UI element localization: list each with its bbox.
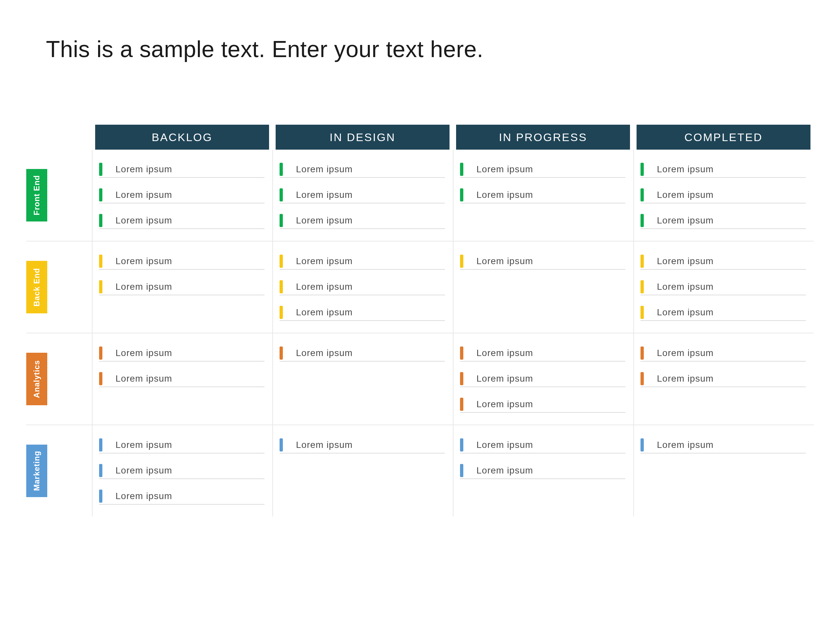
task-text: Lorem ipsum: [115, 373, 172, 384]
row-label-cell: Marketing: [26, 425, 92, 516]
row-label-back-end: Back End: [26, 261, 47, 313]
task-text: Lorem ipsum: [296, 189, 353, 200]
task-item: Lorem ipsum: [460, 188, 625, 204]
board-cell: Lorem ipsumLorem ipsumLorem ipsum: [92, 425, 272, 516]
task-text: Lorem ipsum: [477, 440, 533, 450]
task-text: Lorem ipsum: [477, 399, 533, 409]
task-color-tick: [99, 214, 103, 227]
board-cell: Lorem ipsum: [453, 241, 633, 333]
board-cell: Lorem ipsum: [272, 333, 453, 425]
board-cell: Lorem ipsumLorem ipsumLorem ipsum: [633, 241, 814, 333]
task-item: Lorem ipsum: [460, 464, 625, 479]
task-text: Lorem ipsum: [115, 164, 172, 175]
task-text: Lorem ipsum: [657, 215, 714, 226]
task-color-tick: [279, 163, 283, 176]
task-color-tick: [279, 188, 283, 202]
board-cell: Lorem ipsumLorem ipsum: [453, 150, 633, 241]
task-color-tick: [460, 163, 463, 176]
task-text: Lorem ipsum: [477, 256, 533, 267]
task-text: Lorem ipsum: [657, 373, 714, 384]
row-label-cell: Back End: [26, 241, 92, 333]
task-item: Lorem ipsum: [279, 255, 445, 270]
task-color-tick: [279, 280, 283, 293]
task-text: Lorem ipsum: [296, 307, 353, 317]
task-item: Lorem ipsum: [279, 163, 445, 178]
task-color-tick: [99, 255, 103, 268]
task-item: Lorem ipsum: [641, 280, 806, 295]
task-item: Lorem ipsum: [641, 306, 806, 321]
task-item: Lorem ipsum: [99, 489, 264, 505]
task-item: Lorem ipsum: [641, 346, 806, 362]
board-cell: Lorem ipsumLorem ipsumLorem ipsum: [272, 241, 453, 333]
task-text: Lorem ipsum: [115, 440, 172, 450]
task-text: Lorem ipsum: [296, 440, 353, 450]
task-text: Lorem ipsum: [115, 465, 172, 476]
board-cell: Lorem ipsumLorem ipsumLorem ipsum: [453, 333, 633, 425]
task-text: Lorem ipsum: [657, 281, 714, 292]
task-text: Lorem ipsum: [115, 215, 172, 226]
task-color-tick: [99, 188, 103, 202]
task-item: Lorem ipsum: [99, 214, 264, 229]
task-item: Lorem ipsum: [99, 464, 264, 479]
row-label-wrap: Marketing: [26, 425, 47, 516]
task-item: Lorem ipsum: [279, 214, 445, 229]
row-label-cell: Analytics: [26, 333, 92, 425]
task-color-tick: [641, 306, 644, 319]
task-text: Lorem ipsum: [477, 465, 533, 476]
task-item: Lorem ipsum: [460, 398, 625, 413]
task-text: Lorem ipsum: [657, 440, 714, 450]
task-color-tick: [99, 464, 103, 477]
task-text: Lorem ipsum: [477, 373, 533, 384]
task-text: Lorem ipsum: [477, 189, 533, 200]
task-text: Lorem ipsum: [296, 281, 353, 292]
task-text: Lorem ipsum: [657, 189, 714, 200]
task-item: Lorem ipsum: [99, 280, 264, 295]
task-text: Lorem ipsum: [115, 491, 172, 501]
task-color-tick: [460, 398, 463, 411]
task-text: Lorem ipsum: [115, 348, 172, 358]
task-color-tick: [279, 346, 283, 360]
header-spacer: [26, 125, 92, 150]
task-item: Lorem ipsum: [641, 163, 806, 178]
task-text: Lorem ipsum: [657, 307, 714, 317]
board-cell: Lorem ipsumLorem ipsumLorem ipsum: [633, 150, 814, 241]
task-text: Lorem ipsum: [115, 281, 172, 292]
task-color-tick: [279, 214, 283, 227]
task-color-tick: [460, 372, 463, 385]
task-item: Lorem ipsum: [99, 188, 264, 204]
task-item: Lorem ipsum: [641, 214, 806, 229]
task-item: Lorem ipsum: [460, 163, 625, 178]
task-color-tick: [460, 346, 463, 360]
column-header-in-design: IN DESIGN: [276, 125, 450, 150]
slide-title: This is a sample text. Enter your text h…: [46, 36, 791, 62]
task-item: Lorem ipsum: [460, 255, 625, 270]
task-text: Lorem ipsum: [296, 348, 353, 358]
task-item: Lorem ipsum: [641, 255, 806, 270]
row-label-marketing: Marketing: [26, 445, 47, 497]
task-item: Lorem ipsum: [99, 163, 264, 178]
task-text: Lorem ipsum: [115, 256, 172, 267]
task-color-tick: [99, 489, 103, 503]
task-item: Lorem ipsum: [279, 346, 445, 362]
board-cell: Lorem ipsumLorem ipsum: [92, 333, 272, 425]
row-label-wrap: Back End: [26, 242, 47, 333]
board-cell: Lorem ipsumLorem ipsum: [92, 241, 272, 333]
task-text: Lorem ipsum: [477, 164, 533, 175]
task-item: Lorem ipsum: [99, 438, 264, 453]
row-label-cell: Front End: [26, 150, 92, 241]
board-cell: Lorem ipsumLorem ipsum: [633, 333, 814, 425]
row-label-wrap: Front End: [26, 150, 47, 241]
task-color-tick: [99, 438, 103, 452]
task-color-tick: [279, 438, 283, 452]
task-text: Lorem ipsum: [115, 189, 172, 200]
board-cell: Lorem ipsumLorem ipsumLorem ipsum: [92, 150, 272, 241]
task-color-tick: [641, 188, 644, 202]
task-color-tick: [641, 438, 644, 452]
task-item: Lorem ipsum: [279, 188, 445, 204]
task-color-tick: [99, 280, 103, 293]
task-text: Lorem ipsum: [296, 164, 353, 175]
task-item: Lorem ipsum: [460, 372, 625, 387]
task-item: Lorem ipsum: [99, 346, 264, 362]
task-item: Lorem ipsum: [279, 438, 445, 453]
task-color-tick: [279, 255, 283, 268]
